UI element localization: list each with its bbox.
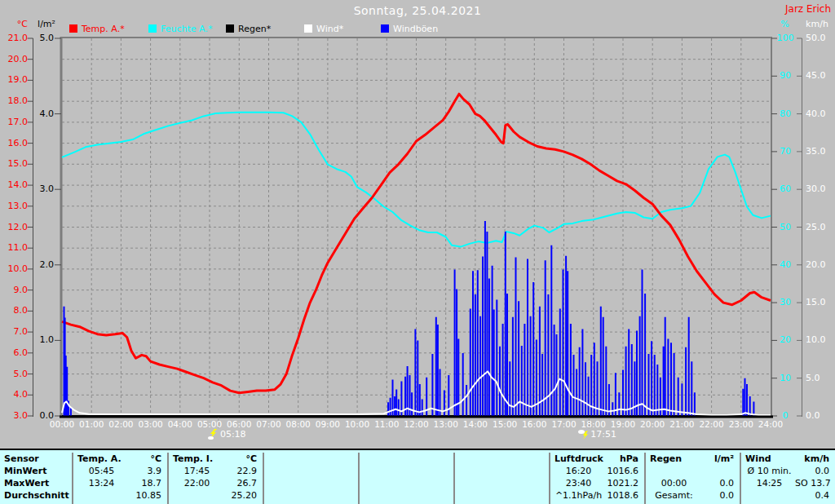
legend-item-wind: Wind* [304, 24, 343, 33]
sunset-time: 17:51 [590, 429, 616, 440]
x-axis-tick: 04:00 [165, 419, 196, 430]
legend-item-rain: Regen* [226, 24, 271, 33]
x-axis-tick: 22:00 [696, 419, 727, 430]
x-axis-tick: 03:00 [135, 419, 166, 430]
humidity-axis-tick: 20 [775, 334, 796, 345]
sunrise-icon [208, 429, 219, 440]
rain-total-label: Gesamt: [648, 489, 700, 502]
watermark-author: Jarz Erich [785, 3, 831, 15]
avg-value: 0.4 [795, 489, 829, 502]
humidity-axis-tick: 60 [775, 183, 796, 194]
temp-axis-tick: 18.0 [3, 95, 28, 106]
rain-axis-tick: 5.0 [31, 33, 54, 43]
min-value: 3.9 [127, 465, 161, 477]
wind-axis-tick: 15.0 [806, 297, 833, 307]
humidity-axis-tick: 10 [775, 373, 796, 383]
temp-axis-tick: 4.0 [3, 389, 28, 400]
column-unit: °C [245, 453, 257, 465]
humidity-axis-tick: 90 [775, 70, 796, 81]
humidity-axis-tick: 70 [775, 146, 796, 157]
temp-axis-unit: °C [3, 19, 28, 29]
column-header: Luftdruck [553, 453, 603, 465]
x-axis-tick: 17:00 [549, 419, 580, 430]
table-col-empty-2 [358, 453, 453, 504]
wind-axis-tick: 5.0 [806, 373, 833, 383]
wind-avg10-label: Ø 10 min. [744, 465, 795, 477]
legend-item-gusts: Windböen [381, 24, 438, 33]
min-time: 17:45 [171, 465, 223, 477]
table-col-temp-a: Temp. A. °C 05:453.9 13:2418.7 10.85 [72, 453, 167, 504]
wind-axis-tick: 45.0 [806, 70, 833, 81]
min-value: 1016.6 [604, 465, 638, 477]
rain-total-value: 0.0 [700, 489, 734, 502]
min-time: 05:45 [76, 465, 127, 477]
rain-start-time: 00:00 [648, 477, 700, 489]
table-row-labels: Sensor MinWert MaxWert Durchschnitt [0, 453, 72, 504]
rain-start-value: 0.0 [700, 477, 734, 489]
legend-label: Temp. A.* [82, 24, 125, 34]
max-value: 18.7 [127, 477, 161, 489]
temp-axis-tick: 15.0 [3, 158, 28, 169]
table-col-pressure: Luftdruck hPa 16:201016.6 23:401021.2 ^1… [549, 453, 644, 504]
column-header: Temp. A. [76, 453, 121, 465]
page-title: Sonntag, 25.04.2021 [0, 4, 835, 17]
rain-axis-tick: 4.0 [31, 108, 54, 119]
table-col-temp-i: Temp. I. °C 17:4522.9 22:0026.7 25.20 [167, 453, 263, 504]
humidity-axis-unit: % [774, 19, 796, 29]
wind-axis-unit: km/h [802, 19, 833, 29]
legend-label: Regen* [238, 24, 271, 34]
max-time: 22:00 [171, 477, 223, 489]
temp-axis-tick: 9.0 [3, 285, 28, 295]
wind-axis-tick: 35.0 [806, 146, 833, 157]
humidity-axis-tick: 30 [775, 297, 796, 307]
max-value: 26.7 [223, 477, 257, 489]
x-axis-tick: 20:00 [637, 419, 668, 430]
humidity-legend-swatch-icon [148, 24, 157, 33]
legend-item-humidity: Feuchte A.* [148, 24, 212, 33]
temp-axis-tick: 20.0 [3, 54, 28, 64]
min-value [700, 465, 734, 477]
wind-axis-tick: 50.0 [806, 33, 833, 43]
row-label-min: MinWert [4, 465, 72, 477]
humidity-axis-tick: 100 [775, 33, 796, 43]
column-unit: l/m² [714, 453, 734, 465]
rain-axis-unit: l/m² [29, 19, 55, 29]
temp-axis-tick: 21.0 [3, 33, 28, 43]
wind-avg10-value: 0.0 [795, 465, 829, 477]
wind-axis-tick: 25.0 [806, 222, 833, 232]
column-header: Temp. I. [171, 453, 213, 465]
temp-axis-tick: 19.0 [3, 74, 28, 85]
table-col-empty-3 [453, 453, 549, 504]
min-time: 16:20 [553, 465, 604, 477]
x-axis-tick: 00:00 [46, 419, 77, 430]
temp-axis-tick: 12.0 [3, 222, 28, 232]
row-label-avg: Durchschnitt [4, 489, 72, 502]
max-time: 14:25 [744, 477, 795, 489]
sunset-icon [578, 429, 589, 440]
x-axis-tick: 23:00 [726, 419, 757, 430]
x-axis-tick: 07:00 [253, 419, 284, 430]
table-col-rain: Regen l/m² 00:000.0 Gesamt:0.0 [644, 453, 740, 504]
wind-axis-tick: 30.0 [806, 183, 833, 194]
avg-value: 25.20 [223, 489, 257, 502]
min-value: 22.9 [223, 465, 257, 477]
chart-canvas [0, 0, 835, 447]
x-axis-tick: 10:00 [342, 419, 373, 430]
temp-axis-tick: 8.0 [3, 305, 28, 316]
temp-axis-tick: 6.0 [3, 347, 28, 358]
sunrise-marker: 05:18 [208, 429, 246, 440]
wind-axis-tick: 40.0 [806, 108, 833, 119]
sunset-marker: 17:51 [578, 429, 616, 440]
temp-axis-tick: 5.0 [3, 369, 28, 379]
wind-axis-tick: 20.0 [806, 259, 833, 270]
column-header: Regen [648, 453, 682, 465]
wind-axis-tick: 0.0 [806, 410, 833, 421]
summary-table: Sensor MinWert MaxWert Durchschnitt Temp… [0, 449, 835, 504]
legend-item-temp: Temp. A.* [69, 24, 125, 33]
max-time: 13:24 [76, 477, 127, 489]
column-unit: °C [150, 453, 161, 465]
rain-legend-swatch-icon [226, 24, 234, 33]
column-header: Wind [744, 453, 771, 465]
x-axis-tick: 14:00 [460, 419, 491, 430]
temp-axis-tick: 14.0 [3, 179, 28, 190]
